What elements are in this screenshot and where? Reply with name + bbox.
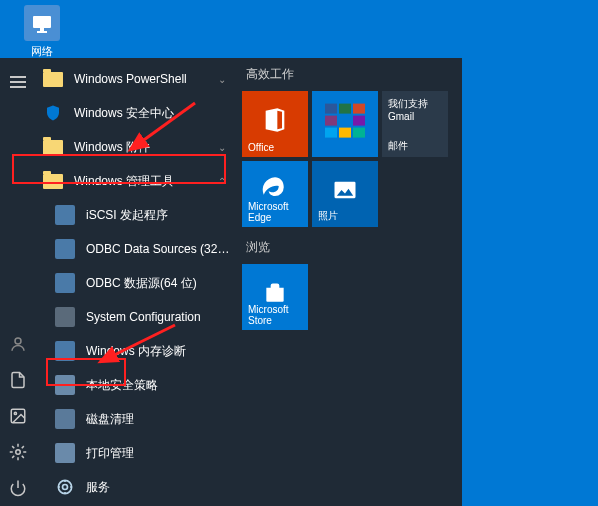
- svg-point-6: [16, 450, 21, 455]
- iscsi-icon: [54, 204, 76, 226]
- app-item-label: 打印管理: [86, 445, 232, 462]
- network-icon: [24, 5, 60, 41]
- app-item-4[interactable]: iSCSI 发起程序: [36, 198, 232, 232]
- chevron-up-icon: ⌃: [212, 176, 232, 187]
- app-item-label: System Configuration: [86, 310, 232, 324]
- security-icon: [54, 374, 76, 396]
- app-item-label: ODBC 数据源(64 位): [86, 275, 232, 292]
- chevron-down-icon: ⌄: [212, 74, 232, 85]
- tile-mail[interactable]: 我们支持 Gmail 邮件: [382, 91, 448, 157]
- app-item-label: ODBC Data Sources (32-bit): [86, 242, 232, 256]
- app-item-label: Windows 安全中心: [74, 105, 232, 122]
- app-item-5[interactable]: ODBC Data Sources (32-bit): [36, 232, 232, 266]
- app-item-label: Windows 附件: [74, 139, 212, 156]
- sysconfig-icon: [54, 306, 76, 328]
- app-item-label: 服务: [86, 479, 232, 496]
- settings-icon[interactable]: [0, 434, 36, 470]
- tiles-section-header: 高效工作: [246, 66, 452, 83]
- app-item-label: 本地安全策略: [86, 377, 232, 394]
- tile-edge[interactable]: Microsoft Edge: [242, 161, 308, 227]
- tile-photo[interactable]: 照片: [312, 161, 378, 227]
- tile-ms-apps[interactable]: [312, 91, 378, 157]
- app-list[interactable]: Windows PowerShell⌄Windows 安全中心Windows 附…: [36, 58, 232, 506]
- start-rail: [0, 58, 36, 506]
- app-item-label: iSCSI 发起程序: [86, 207, 232, 224]
- app-item-label: Windows 内存诊断: [86, 343, 232, 360]
- svg-point-5: [14, 412, 16, 414]
- tile-office[interactable]: Office: [242, 91, 308, 157]
- app-item-9[interactable]: 本地安全策略: [36, 368, 232, 402]
- folder-icon: [42, 136, 64, 158]
- odbc-icon: [54, 272, 76, 294]
- power-icon[interactable]: [0, 470, 36, 506]
- photo-icon: [331, 176, 359, 206]
- svg-rect-1: [40, 28, 44, 31]
- app-item-3[interactable]: Windows 管理工具⌃: [36, 164, 232, 198]
- office-icon: [261, 106, 289, 136]
- svg-point-3: [15, 338, 21, 344]
- app-item-label: 磁盘清理: [86, 411, 232, 428]
- shield-icon: [42, 102, 64, 124]
- documents-icon[interactable]: [0, 362, 36, 398]
- tiles-section-header-2: 浏览: [246, 239, 452, 256]
- svg-rect-2: [37, 31, 47, 33]
- hamburger-icon[interactable]: [0, 64, 36, 100]
- print-icon: [54, 442, 76, 464]
- app-item-label: Windows PowerShell: [74, 72, 212, 86]
- chevron-down-icon: ⌄: [212, 142, 232, 153]
- app-item-2[interactable]: Windows 附件⌄: [36, 130, 232, 164]
- odbc-icon: [54, 238, 76, 260]
- svg-rect-0: [33, 16, 51, 28]
- app-item-label: Windows 管理工具: [74, 173, 212, 190]
- diskclean-icon: [54, 408, 76, 430]
- user-icon[interactable]: [0, 326, 36, 362]
- app-item-10[interactable]: 磁盘清理: [36, 402, 232, 436]
- app-item-7[interactable]: System Configuration: [36, 300, 232, 334]
- app-item-11[interactable]: 打印管理: [36, 436, 232, 470]
- app-item-0[interactable]: Windows PowerShell⌄: [36, 62, 232, 96]
- app-item-6[interactable]: ODBC 数据源(64 位): [36, 266, 232, 300]
- services-icon: [54, 476, 76, 498]
- pictures-icon[interactable]: [0, 398, 36, 434]
- tile-store[interactable]: Microsoft Store: [242, 264, 308, 330]
- app-item-1[interactable]: Windows 安全中心: [36, 96, 232, 130]
- folder-icon: [42, 170, 64, 192]
- network-label: 网络: [12, 44, 72, 59]
- svg-point-8: [58, 480, 71, 493]
- desktop-network-icon[interactable]: 网络: [12, 5, 72, 59]
- app-item-8[interactable]: Windows 内存诊断: [36, 334, 232, 368]
- folder-icon: [42, 68, 64, 90]
- ms-apps-icon: [325, 104, 365, 138]
- tiles-panel: 高效工作 Office 我们支持 Gmail 邮件: [232, 58, 462, 506]
- memory-icon: [54, 340, 76, 362]
- start-menu: Windows PowerShell⌄Windows 安全中心Windows 附…: [0, 58, 462, 506]
- app-item-12[interactable]: 服务: [36, 470, 232, 504]
- svg-point-7: [63, 485, 68, 490]
